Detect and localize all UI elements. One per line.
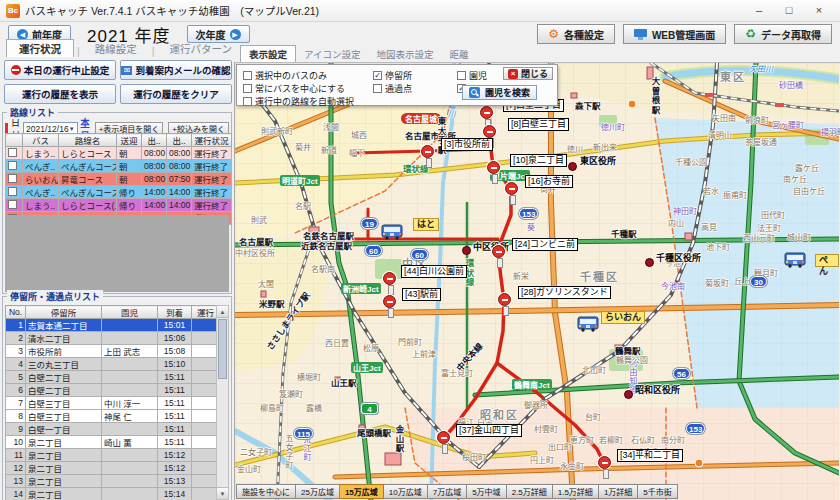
stop-row[interactable]: 12泉二丁目15:12 bbox=[6, 462, 220, 475]
stop-list-scrollbar[interactable]: ▲ ▼ bbox=[216, 305, 229, 500]
bus-stop-label[interactable]: [10]泉二丁目 bbox=[510, 154, 567, 167]
checkbox-box[interactable] bbox=[243, 71, 252, 80]
checkbox-box[interactable] bbox=[243, 84, 252, 93]
bus-stop-marker[interactable] bbox=[383, 295, 396, 308]
bus-stop-marker[interactable] bbox=[492, 245, 505, 258]
zoom-level-button[interactable]: 7万広域 bbox=[428, 484, 467, 499]
zoom-level-button[interactable]: 15万広域 bbox=[340, 484, 384, 499]
bus-stop-label[interactable]: [8]白壁三丁目 bbox=[508, 118, 569, 131]
map-canvas[interactable]: 栄生則武新町浅間城西菊井新道幅下名駅則武名古屋駅中村区役所名鉄名古屋駅近鉄名古屋… bbox=[235, 63, 839, 500]
zoom-level-button[interactable]: 1.5万詳細 bbox=[553, 484, 599, 499]
map-setting-checkbox[interactable]: 園児 bbox=[457, 69, 487, 82]
clear-history-button[interactable]: 運行の履歴をクリア bbox=[120, 84, 232, 104]
scroll-down-icon[interactable]: ▼ bbox=[217, 487, 228, 499]
map-setting-checkbox[interactable]: 運行中の路線を自動選択 bbox=[243, 95, 354, 108]
map-setting-checkbox[interactable]: 選択中のバスのみ bbox=[243, 69, 327, 82]
bus-stop-label[interactable]: [37]金山四丁目 bbox=[456, 424, 522, 437]
bus-stop-label[interactable]: [3]市役所前 bbox=[441, 138, 493, 151]
route-row[interactable]: しまう..しらとコース朝08:0008:00運行終了 bbox=[6, 147, 232, 160]
checkbox-box[interactable] bbox=[243, 97, 252, 106]
tab-route-settings[interactable]: 路線設定 bbox=[83, 40, 149, 57]
minimize-button[interactable]: – bbox=[744, 0, 774, 21]
zoom-level-button[interactable]: 1万詳細 bbox=[599, 484, 638, 499]
stop-row[interactable]: 8白壁三丁目神尾 仁15:11 bbox=[6, 410, 220, 423]
bus-stop-label[interactable]: [16]お寺前 bbox=[525, 175, 573, 188]
stop-row[interactable]: 9白壁一丁目15:11 bbox=[6, 423, 220, 436]
bus-name-label[interactable]: らいおん bbox=[601, 311, 645, 324]
stop-row[interactable]: 7白壁三丁目中川 淳一15:11 bbox=[6, 397, 220, 410]
zoom-level-button[interactable]: 5万中域 bbox=[467, 484, 506, 499]
settings-button[interactable]: ⚙ 各種設定 bbox=[537, 24, 615, 44]
bus-name-label[interactable]: はと bbox=[413, 218, 439, 231]
bus-stop-label[interactable]: [44]白川公園前 bbox=[401, 265, 467, 278]
scroll-up-icon[interactable]: ▲ bbox=[217, 306, 228, 318]
stop-row[interactable]: 14泉二丁目15:14 bbox=[6, 488, 220, 500]
bus-stop-label[interactable]: [24]コンビニ前 bbox=[512, 238, 578, 251]
stop-row[interactable]: 4三の丸三丁目15:10 bbox=[6, 358, 220, 371]
show-history-button[interactable]: 運行の履歴を表示 bbox=[4, 84, 116, 104]
junction-label: 鶴舞南Jct bbox=[512, 379, 552, 390]
tab-distance[interactable]: 距離 bbox=[442, 46, 477, 62]
bus-icon[interactable] bbox=[577, 316, 599, 332]
scrollbar-thumb[interactable] bbox=[218, 319, 227, 379]
stop-row[interactable]: 6白壁二丁目15:11 bbox=[6, 384, 220, 397]
close-settings-button[interactable]: × 閉じる bbox=[503, 67, 553, 80]
cancel-today-operation-button[interactable]: 本日の運行中止設定 bbox=[4, 60, 116, 80]
search-children-button[interactable]: 園児を検索 bbox=[462, 85, 537, 100]
bus-name-label[interactable]: ぺん bbox=[815, 254, 839, 267]
route-row[interactable]: しまう..しらとコース(..帰り14:0014:00運行終了 bbox=[6, 199, 232, 212]
stop-row[interactable]: 10泉二丁目崎山 薫15:11 bbox=[6, 436, 220, 449]
zoom-level-button[interactable]: 5千市街 bbox=[638, 484, 677, 499]
route-checkbox[interactable] bbox=[8, 200, 17, 209]
tab-icon-settings[interactable]: アイコン設定 bbox=[296, 46, 369, 62]
maximize-button[interactable]: □ bbox=[774, 0, 804, 21]
zoom-level-button[interactable]: 10万広域 bbox=[384, 484, 428, 499]
map-setting-checkbox[interactable]: 通過点 bbox=[373, 82, 412, 95]
route-checkbox[interactable] bbox=[8, 161, 17, 170]
zoom-level-button[interactable]: 25万広域 bbox=[296, 484, 340, 499]
bus-stop-marker[interactable] bbox=[480, 106, 493, 119]
stop-row[interactable]: 3市役所前上田 武志15:08 bbox=[6, 345, 220, 358]
map-center-button[interactable]: 施設を中心に bbox=[236, 484, 296, 499]
left-panel: 本日の運行中止設定 ✉ 到着案内メールの確認 運行の履歴を表示 運行の履歴をクリ… bbox=[0, 58, 234, 500]
web-admin-button[interactable]: WEB管理画面 bbox=[623, 24, 726, 44]
route-checkbox[interactable] bbox=[8, 187, 17, 196]
route-checkbox[interactable] bbox=[8, 174, 17, 183]
bus-stop-marker[interactable] bbox=[383, 272, 396, 285]
bus-icon[interactable] bbox=[784, 252, 806, 268]
bus-stop-marker[interactable] bbox=[598, 456, 611, 469]
close-button[interactable]: × bbox=[804, 0, 834, 21]
checkbox-box[interactable] bbox=[457, 71, 466, 80]
bus-stop-marker[interactable] bbox=[487, 161, 500, 174]
route-row[interactable]: ぺんぎ..ぺんぎんコース朝08:0008:00運行終了 bbox=[6, 160, 232, 173]
stop-row[interactable]: 5白壁二丁目15:11 bbox=[6, 371, 220, 384]
map-setting-checkbox[interactable]: 常にバスを中心にする bbox=[243, 82, 345, 95]
bus-stop-marker[interactable] bbox=[421, 145, 434, 158]
checkbox-box[interactable]: ✓ bbox=[373, 71, 382, 80]
stop-row[interactable]: 2清水二丁目15:06 bbox=[6, 332, 220, 345]
bus-stop-marker[interactable] bbox=[505, 182, 518, 195]
bus-stop-label[interactable]: [43]駅前 bbox=[402, 288, 441, 301]
tab-map-display-settings[interactable]: 地図表示設定 bbox=[369, 46, 442, 62]
map-town-label: 上前津 bbox=[412, 348, 436, 359]
map-setting-checkbox[interactable]: ✓停留所 bbox=[373, 69, 412, 82]
checkbox-box[interactable] bbox=[373, 84, 382, 93]
bus-stop-label[interactable]: [28]ガソリンスタンド bbox=[518, 286, 611, 299]
bus-icon[interactable] bbox=[381, 224, 403, 240]
stop-row[interactable]: 11泉二丁目15:12 bbox=[6, 449, 220, 462]
bus-stop-marker[interactable] bbox=[437, 431, 450, 444]
route-row[interactable]: ぺんぎ..ぺんぎんコース..帰り14:0014:00運行終了 bbox=[6, 186, 232, 199]
bus-stop-marker[interactable] bbox=[498, 293, 511, 306]
tab-display-settings[interactable]: 表示設定 bbox=[240, 45, 296, 62]
zoom-level-button[interactable]: 2.5万詳細 bbox=[507, 484, 553, 499]
stop-row[interactable]: 13泉二丁目15:13 bbox=[6, 475, 220, 488]
arrival-mail-check-button[interactable]: ✉ 到着案内メールの確認 bbox=[120, 60, 232, 80]
tab-operation-status[interactable]: 運行状況 bbox=[6, 39, 74, 57]
refetch-data-button[interactable]: ♻ データ再取得 bbox=[734, 24, 832, 44]
stop-row[interactable]: 1志賀本通二丁目15:01 bbox=[6, 319, 220, 332]
route-row[interactable]: らいおん昇竜コース朝08:0007:50運行終了 bbox=[6, 173, 232, 186]
bus-stop-label[interactable]: [34]平和二丁目 bbox=[617, 449, 683, 462]
route-checkbox[interactable] bbox=[8, 148, 17, 157]
bus-stop-marker[interactable] bbox=[483, 125, 496, 138]
tab-operation-pattern[interactable]: 運行パターン bbox=[157, 40, 243, 57]
